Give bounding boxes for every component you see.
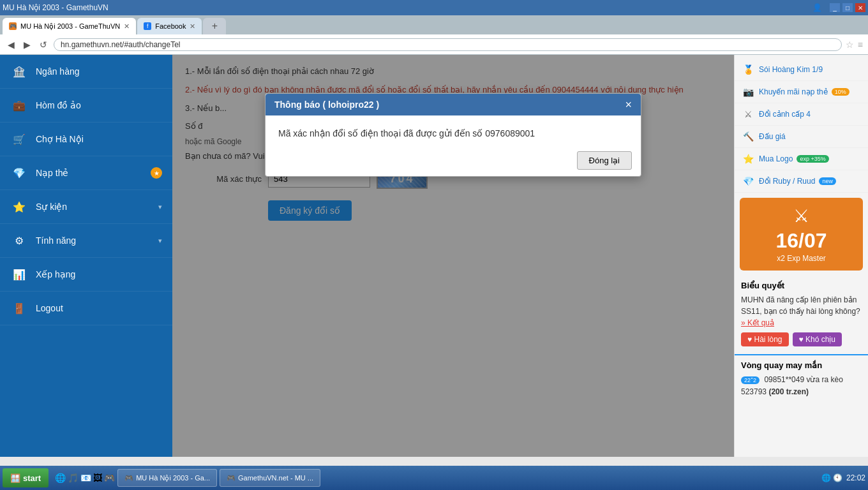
sidebar-item-logout[interactable]: 🚪 Logout	[0, 292, 172, 325]
tab-favicon-1: 🎮	[9, 22, 17, 30]
game-icon-tray[interactable]: 🎮	[104, 473, 115, 483]
tab-favicon-2: f	[144, 22, 151, 30]
url-input[interactable]	[54, 38, 842, 51]
network-icon: 🌐	[821, 473, 831, 482]
tray-icons: 🌐 🕙	[821, 473, 842, 482]
start-label: start	[23, 473, 41, 483]
user-icon: 👤	[812, 3, 822, 12]
soi-hoang-kim-icon: 🏅	[741, 63, 755, 77]
cho-ha-noi-icon: 🛒	[10, 130, 28, 148]
right-item-doi-ruby[interactable]: 💎 Đổi Ruby / Ruud new	[735, 170, 868, 193]
sidebar-label-nap-the: Nạp thẻ	[36, 168, 68, 178]
bieu-quyet-title: Biểu quyết	[741, 281, 862, 290]
mail-icon[interactable]: 📧	[80, 473, 91, 483]
time-display: 22:02	[846, 473, 865, 482]
title-bar-left: MU Hà Nội 2003 - GamethuVN	[3, 3, 108, 12]
bieu-quyet-text: MUHN đã nâng cấp lên phiên bản SS11, bạn…	[741, 294, 862, 329]
ie-icon[interactable]: 🌐	[55, 473, 66, 483]
sidebar-label-ngan-hang: Ngân hàng	[36, 66, 80, 77]
vong-quay-amount: (200 tr.zen)	[768, 387, 809, 396]
exp-knight-icon: ⚔	[747, 205, 855, 226]
right-item-mua-logo[interactable]: ⭐ Mua Logo exp +35%	[735, 148, 868, 170]
taskbar-item-mu-icon: 🎮	[124, 474, 133, 482]
taskbar-item-mu[interactable]: 🎮 MU Hà Nội 2003 - Ga...	[117, 469, 217, 487]
nap-the-icon: 💎	[10, 164, 28, 182]
close-button[interactable]: ✕	[855, 3, 865, 12]
vote-buttons: ♥ Hài lòng ♥ Khó chịu	[741, 332, 862, 346]
photo-icon[interactable]: 🖼	[93, 473, 102, 483]
start-button[interactable]: 🪟 start	[3, 468, 49, 487]
vong-quay-item: 22ʺ2 09851**049 vừa ra kèo 523793 (200 t…	[741, 374, 862, 398]
sidebar-item-ngan-hang[interactable]: 🏦 Ngân hàng	[0, 55, 172, 89]
mua-logo-icon: ⭐	[741, 152, 755, 166]
dau-gia-label: Đấu giá	[759, 132, 786, 141]
bieu-quyet-link[interactable]: » Kết quả	[741, 318, 774, 327]
taskbar-item-gtvn-label: GamethuVN.net - MU ...	[238, 474, 313, 482]
khuyen-mai-badge: 10%	[832, 88, 849, 96]
content-area: 1.- Mỗi lần đổi số điện thoại phải cách …	[172, 55, 734, 457]
doi-ruby-icon: 💎	[741, 174, 755, 188]
right-item-soi-hoang-kim[interactable]: 🏅 Sói Hoàng Kim 1/9	[735, 59, 868, 81]
window-controls: 👤 _ □ ✕	[812, 3, 865, 12]
tray-quick-icons: 🌐 🎵 📧 🖼 🎮	[55, 473, 115, 483]
tab-facebook[interactable]: f Facebook ✕	[137, 18, 202, 34]
sidebar-label-logout: Logout	[36, 303, 63, 313]
exp-date: 16/07	[747, 229, 855, 253]
sidebar-label-su-kien: Sự kiện	[36, 202, 67, 212]
sidebar-item-hom-do-ao[interactable]: 💼 Hòm đồ ảo	[0, 89, 172, 122]
tab-close-1[interactable]: ✕	[124, 22, 130, 31]
tab-bar: 🎮 MU Hà Nội 2003 - GameThuVN ✕ f Faceboo…	[0, 15, 868, 34]
back-button[interactable]: ◀	[5, 38, 17, 51]
sidebar-item-xep-hang[interactable]: 📊 Xếp hạng	[0, 258, 172, 292]
clock-icon: 🕙	[833, 473, 842, 482]
modal-message: Mã xác nhận đổi số điện thoại đã được gử…	[278, 128, 628, 138]
modal-body: Mã xác nhận đổi số điện thoại đã được gử…	[266, 115, 641, 145]
su-kien-arrow: ▾	[158, 203, 162, 211]
sidebar-label-cho-ha-noi: Chợ Hà Nội	[36, 134, 84, 144]
right-item-dau-gia[interactable]: 🔨 Đấu giá	[735, 126, 868, 148]
doi-canh-label: Đổi cảnh cấp 4	[759, 110, 811, 119]
refresh-button[interactable]: ↺	[37, 38, 50, 51]
exp-label: x2 Exp Master	[747, 254, 855, 263]
hom-do-ao-icon: 💼	[10, 96, 28, 114]
khuyen-mai-icon: 📷	[741, 85, 755, 99]
xep-hang-icon: 📊	[10, 265, 28, 283]
right-item-khuyen-mai[interactable]: 📷 Khuyến mãi nạp thẻ 10%	[735, 81, 868, 103]
dau-gia-icon: 🔨	[741, 130, 755, 144]
sidebar-label-xep-hang: Xếp hạng	[36, 269, 75, 279]
tab-close-2[interactable]: ✕	[190, 22, 195, 31]
tinh-nang-arrow: ▾	[158, 237, 162, 245]
menu-icon[interactable]: ≡	[858, 40, 863, 50]
tab-mu-ha-noi[interactable]: 🎮 MU Hà Nội 2003 - GameThuVN ✕	[3, 18, 136, 34]
taskbar-item-gamethuvn[interactable]: 🎮 GamethuVN.net - MU ...	[220, 469, 320, 487]
doi-ruby-badge: new	[819, 177, 836, 185]
sidebar-label-tinh-nang: Tính năng	[36, 235, 76, 246]
mua-logo-badge: exp +35%	[797, 155, 828, 163]
hai-long-button[interactable]: ♥ Hài lòng	[741, 332, 789, 346]
doi-ruby-label: Đổi Ruby / Ruud	[759, 177, 815, 186]
sidebar-item-tinh-nang[interactable]: ⚙ Tính năng ▾	[0, 224, 172, 258]
sidebar-item-su-kien[interactable]: ⭐ Sự kiện ▾	[0, 190, 172, 224]
maximize-button[interactable]: □	[842, 3, 853, 12]
start-icon: 🪟	[10, 473, 20, 483]
modal-close-button[interactable]: Đóng lại	[577, 151, 632, 170]
sidebar-item-nap-the[interactable]: 💎 Nạp thẻ ★	[0, 156, 172, 190]
sidebar-item-cho-ha-noi[interactable]: 🛒 Chợ Hà Nội	[0, 122, 172, 156]
bookmark-icon[interactable]: ☆	[846, 40, 854, 50]
media-icon[interactable]: 🎵	[68, 473, 79, 483]
ngan-hang-icon: 🏦	[10, 63, 28, 80]
mua-logo-label: Mua Logo	[759, 154, 793, 163]
forward-button[interactable]: ▶	[21, 38, 33, 51]
modal-close-icon-btn[interactable]: ×	[625, 99, 632, 110]
new-tab-button[interactable]: +	[203, 18, 226, 34]
right-item-doi-canh[interactable]: ⚔ Đổi cảnh cấp 4	[735, 103, 868, 126]
taskbar-item-gtvn-icon: 🎮	[227, 474, 236, 482]
taskbar-right: 🌐 🕙 22:02	[821, 473, 865, 482]
minimize-button[interactable]: _	[830, 3, 840, 12]
soi-hoang-kim-label: Sói Hoàng Kim 1/9	[759, 65, 823, 74]
sidebar: 🏦 Ngân hàng 💼 Hòm đồ ảo 🛒 Chợ Hà Nội 💎 N…	[0, 55, 172, 457]
vong-quay-title: Vòng quay may mắn	[741, 360, 862, 370]
kho-chiu-button[interactable]: ♥ Khó chịu	[793, 332, 842, 346]
modal-header: Thông báo ( lohoipro22 ) ×	[266, 94, 641, 115]
modal-overlay: Thông báo ( lohoipro22 ) × Mã xác nhận đ…	[172, 55, 734, 457]
